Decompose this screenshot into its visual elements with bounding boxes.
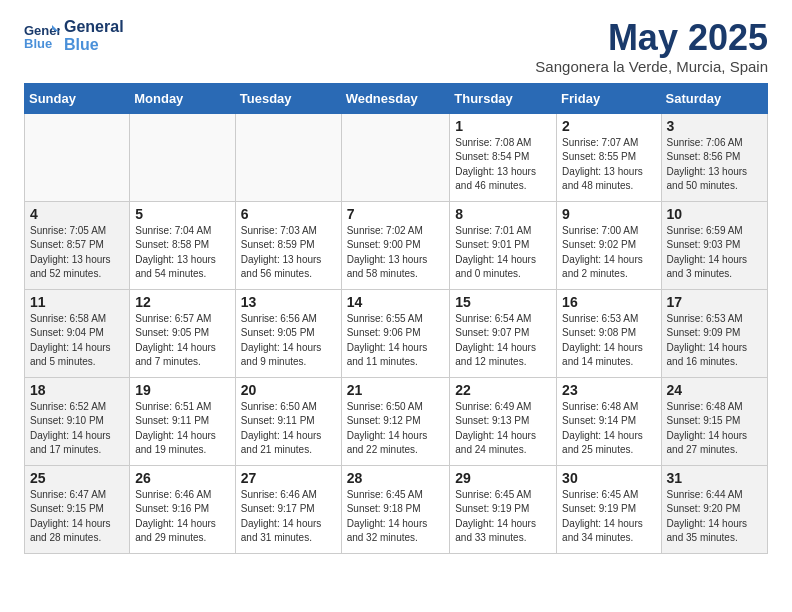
- day-info: Sunrise: 6:52 AM Sunset: 9:10 PM Dayligh…: [30, 400, 124, 458]
- month-title: May 2025: [535, 18, 768, 58]
- day-info: Sunrise: 6:57 AM Sunset: 9:05 PM Dayligh…: [135, 312, 230, 370]
- calendar-day: 30Sunrise: 6:45 AM Sunset: 9:19 PM Dayli…: [557, 465, 661, 553]
- calendar-header-monday: Monday: [130, 83, 236, 113]
- day-number: 20: [241, 382, 336, 398]
- day-info: Sunrise: 6:46 AM Sunset: 9:17 PM Dayligh…: [241, 488, 336, 546]
- day-info: Sunrise: 7:03 AM Sunset: 8:59 PM Dayligh…: [241, 224, 336, 282]
- calendar-day: [341, 113, 450, 201]
- day-info: Sunrise: 7:07 AM Sunset: 8:55 PM Dayligh…: [562, 136, 655, 194]
- calendar-header-saturday: Saturday: [661, 83, 767, 113]
- day-number: 5: [135, 206, 230, 222]
- day-info: Sunrise: 6:47 AM Sunset: 9:15 PM Dayligh…: [30, 488, 124, 546]
- calendar-header-friday: Friday: [557, 83, 661, 113]
- day-number: 25: [30, 470, 124, 486]
- day-info: Sunrise: 6:59 AM Sunset: 9:03 PM Dayligh…: [667, 224, 762, 282]
- calendar-day: 6Sunrise: 7:03 AM Sunset: 8:59 PM Daylig…: [235, 201, 341, 289]
- day-number: 23: [562, 382, 655, 398]
- day-info: Sunrise: 7:08 AM Sunset: 8:54 PM Dayligh…: [455, 136, 551, 194]
- calendar-day: 17Sunrise: 6:53 AM Sunset: 9:09 PM Dayli…: [661, 289, 767, 377]
- calendar-day: 1Sunrise: 7:08 AM Sunset: 8:54 PM Daylig…: [450, 113, 557, 201]
- logo-icon: General Blue: [24, 21, 60, 51]
- day-info: Sunrise: 6:49 AM Sunset: 9:13 PM Dayligh…: [455, 400, 551, 458]
- day-info: Sunrise: 6:45 AM Sunset: 9:18 PM Dayligh…: [347, 488, 445, 546]
- day-number: 2: [562, 118, 655, 134]
- calendar-day: 16Sunrise: 6:53 AM Sunset: 9:08 PM Dayli…: [557, 289, 661, 377]
- day-info: Sunrise: 7:04 AM Sunset: 8:58 PM Dayligh…: [135, 224, 230, 282]
- calendar-day: 22Sunrise: 6:49 AM Sunset: 9:13 PM Dayli…: [450, 377, 557, 465]
- calendar-day: 26Sunrise: 6:46 AM Sunset: 9:16 PM Dayli…: [130, 465, 236, 553]
- calendar-day: 14Sunrise: 6:55 AM Sunset: 9:06 PM Dayli…: [341, 289, 450, 377]
- day-number: 30: [562, 470, 655, 486]
- calendar-day: 9Sunrise: 7:00 AM Sunset: 9:02 PM Daylig…: [557, 201, 661, 289]
- calendar-day: [235, 113, 341, 201]
- calendar-day: 2Sunrise: 7:07 AM Sunset: 8:55 PM Daylig…: [557, 113, 661, 201]
- day-number: 17: [667, 294, 762, 310]
- day-info: Sunrise: 6:53 AM Sunset: 9:08 PM Dayligh…: [562, 312, 655, 370]
- day-number: 29: [455, 470, 551, 486]
- day-number: 4: [30, 206, 124, 222]
- day-number: 31: [667, 470, 762, 486]
- calendar-week-row: 11Sunrise: 6:58 AM Sunset: 9:04 PM Dayli…: [25, 289, 768, 377]
- calendar-day: 13Sunrise: 6:56 AM Sunset: 9:05 PM Dayli…: [235, 289, 341, 377]
- calendar-day: 8Sunrise: 7:01 AM Sunset: 9:01 PM Daylig…: [450, 201, 557, 289]
- logo-general: General: [64, 18, 124, 36]
- location: Sangonera la Verde, Murcia, Spain: [535, 58, 768, 75]
- title-block: May 2025 Sangonera la Verde, Murcia, Spa…: [535, 18, 768, 75]
- day-number: 18: [30, 382, 124, 398]
- day-info: Sunrise: 6:55 AM Sunset: 9:06 PM Dayligh…: [347, 312, 445, 370]
- calendar-day: 7Sunrise: 7:02 AM Sunset: 9:00 PM Daylig…: [341, 201, 450, 289]
- day-number: 21: [347, 382, 445, 398]
- calendar-header-sunday: Sunday: [25, 83, 130, 113]
- calendar-day: 21Sunrise: 6:50 AM Sunset: 9:12 PM Dayli…: [341, 377, 450, 465]
- calendar-header-row: SundayMondayTuesdayWednesdayThursdayFrid…: [25, 83, 768, 113]
- day-info: Sunrise: 6:45 AM Sunset: 9:19 PM Dayligh…: [562, 488, 655, 546]
- day-number: 26: [135, 470, 230, 486]
- calendar-day: 18Sunrise: 6:52 AM Sunset: 9:10 PM Dayli…: [25, 377, 130, 465]
- calendar-day: 31Sunrise: 6:44 AM Sunset: 9:20 PM Dayli…: [661, 465, 767, 553]
- calendar-day: 4Sunrise: 7:05 AM Sunset: 8:57 PM Daylig…: [25, 201, 130, 289]
- day-info: Sunrise: 6:48 AM Sunset: 9:15 PM Dayligh…: [667, 400, 762, 458]
- calendar-header-tuesday: Tuesday: [235, 83, 341, 113]
- calendar-day: 11Sunrise: 6:58 AM Sunset: 9:04 PM Dayli…: [25, 289, 130, 377]
- calendar-week-row: 25Sunrise: 6:47 AM Sunset: 9:15 PM Dayli…: [25, 465, 768, 553]
- day-info: Sunrise: 6:48 AM Sunset: 9:14 PM Dayligh…: [562, 400, 655, 458]
- day-info: Sunrise: 6:54 AM Sunset: 9:07 PM Dayligh…: [455, 312, 551, 370]
- calendar-container: SundayMondayTuesdayWednesdayThursdayFrid…: [0, 83, 792, 566]
- day-number: 12: [135, 294, 230, 310]
- day-info: Sunrise: 6:46 AM Sunset: 9:16 PM Dayligh…: [135, 488, 230, 546]
- svg-text:Blue: Blue: [24, 36, 52, 51]
- day-number: 22: [455, 382, 551, 398]
- day-info: Sunrise: 6:51 AM Sunset: 9:11 PM Dayligh…: [135, 400, 230, 458]
- day-info: Sunrise: 6:53 AM Sunset: 9:09 PM Dayligh…: [667, 312, 762, 370]
- day-info: Sunrise: 7:00 AM Sunset: 9:02 PM Dayligh…: [562, 224, 655, 282]
- day-number: 8: [455, 206, 551, 222]
- calendar-header-wednesday: Wednesday: [341, 83, 450, 113]
- day-number: 1: [455, 118, 551, 134]
- day-number: 15: [455, 294, 551, 310]
- day-info: Sunrise: 7:02 AM Sunset: 9:00 PM Dayligh…: [347, 224, 445, 282]
- day-number: 6: [241, 206, 336, 222]
- day-number: 27: [241, 470, 336, 486]
- calendar-header-thursday: Thursday: [450, 83, 557, 113]
- day-number: 19: [135, 382, 230, 398]
- calendar-day: 27Sunrise: 6:46 AM Sunset: 9:17 PM Dayli…: [235, 465, 341, 553]
- calendar-day: 23Sunrise: 6:48 AM Sunset: 9:14 PM Dayli…: [557, 377, 661, 465]
- day-number: 3: [667, 118, 762, 134]
- day-info: Sunrise: 7:01 AM Sunset: 9:01 PM Dayligh…: [455, 224, 551, 282]
- day-info: Sunrise: 6:50 AM Sunset: 9:12 PM Dayligh…: [347, 400, 445, 458]
- day-number: 9: [562, 206, 655, 222]
- day-number: 7: [347, 206, 445, 222]
- calendar-day: [130, 113, 236, 201]
- day-number: 28: [347, 470, 445, 486]
- day-info: Sunrise: 6:50 AM Sunset: 9:11 PM Dayligh…: [241, 400, 336, 458]
- calendar-day: 19Sunrise: 6:51 AM Sunset: 9:11 PM Dayli…: [130, 377, 236, 465]
- calendar-day: 10Sunrise: 6:59 AM Sunset: 9:03 PM Dayli…: [661, 201, 767, 289]
- calendar-table: SundayMondayTuesdayWednesdayThursdayFrid…: [24, 83, 768, 554]
- calendar-week-row: 18Sunrise: 6:52 AM Sunset: 9:10 PM Dayli…: [25, 377, 768, 465]
- calendar-day: 5Sunrise: 7:04 AM Sunset: 8:58 PM Daylig…: [130, 201, 236, 289]
- day-number: 14: [347, 294, 445, 310]
- day-number: 11: [30, 294, 124, 310]
- calendar-day: 29Sunrise: 6:45 AM Sunset: 9:19 PM Dayli…: [450, 465, 557, 553]
- calendar-day: 3Sunrise: 7:06 AM Sunset: 8:56 PM Daylig…: [661, 113, 767, 201]
- calendar-day: 20Sunrise: 6:50 AM Sunset: 9:11 PM Dayli…: [235, 377, 341, 465]
